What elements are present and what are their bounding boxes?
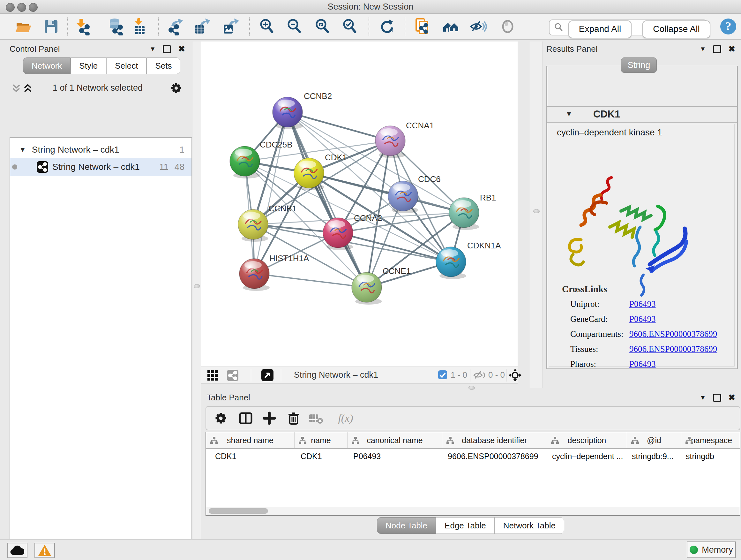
panel-menu-icon[interactable]: ▼: [149, 45, 156, 53]
network-canvas[interactable]: CCNB2CCNA1CDC25BCDK1CDC6RB1CCNB1CCNA2CDK…: [201, 42, 518, 367]
tab-string[interactable]: String: [621, 57, 657, 73]
memory-button[interactable]: Memory: [687, 542, 736, 558]
table-cell[interactable]: cyclin–dependent ...: [546, 452, 625, 461]
scrollbar-thumb[interactable]: [209, 508, 268, 514]
close-panel-icon[interactable]: ✖: [728, 44, 735, 54]
table-cell[interactable]: 9606.ENSP00000378699: [441, 452, 546, 461]
table-settings-button[interactable]: [212, 410, 229, 427]
network-node-CDK1[interactable]: [294, 158, 324, 190]
panel-menu-icon[interactable]: ▼: [699, 45, 706, 53]
show-panels-button[interactable]: [499, 17, 517, 36]
zoom-selected-button[interactable]: [341, 17, 359, 36]
network-node-RB1[interactable]: [449, 198, 479, 230]
close-panel-icon[interactable]: ✖: [178, 44, 185, 54]
float-panel-icon[interactable]: [163, 45, 171, 53]
gene-section-header[interactable]: ▼ CDK1: [547, 107, 737, 123]
import-network-database-button[interactable]: [107, 17, 125, 36]
network-edge-CCNA2-CDKN1A[interactable]: [338, 233, 451, 262]
import-table-button[interactable]: [131, 17, 148, 36]
zoom-window-icon[interactable]: [29, 3, 38, 12]
horizontal-scrollbar[interactable]: [206, 507, 740, 515]
network-node-CDC25B[interactable]: [230, 146, 260, 179]
open-in-window-icon[interactable]: [261, 369, 274, 381]
column-header-databaseidentifier[interactable]: database identifier: [442, 432, 547, 448]
splitter-handle-icon[interactable]: [194, 284, 200, 288]
tree-expand-icon[interactable]: ▼: [19, 145, 26, 154]
tab-sets[interactable]: Sets: [146, 57, 180, 74]
tab-network-table[interactable]: Network Table: [495, 517, 564, 534]
pan-target-icon[interactable]: [509, 369, 522, 381]
export-image-button[interactable]: [221, 17, 239, 36]
minimize-window-icon[interactable]: [17, 3, 26, 12]
table-cell[interactable]: stringdb: [679, 452, 740, 461]
create-column-button[interactable]: [261, 410, 278, 427]
table-cell[interactable]: P06493: [347, 452, 441, 461]
column-header-canonicalname[interactable]: canonical name: [347, 432, 442, 448]
panel-menu-icon[interactable]: ▼: [699, 394, 706, 401]
table-splitter-handle-icon[interactable]: [468, 386, 475, 390]
network-node-CCNA2[interactable]: [323, 218, 353, 250]
network-node-CDKN1A[interactable]: [436, 247, 466, 279]
network-edge-HIST1H1A-CCNE1[interactable]: [254, 273, 367, 287]
table-cell[interactable]: CDK1: [206, 452, 294, 461]
crosslink-link[interactable]: 9606.ENSP00000378699: [629, 329, 717, 339]
selected-checkbox-icon[interactable]: [438, 370, 448, 380]
float-panel-icon[interactable]: [713, 45, 721, 53]
birds-eye-view-icon[interactable]: [207, 369, 219, 381]
delete-table-button-disabled[interactable]: [308, 410, 324, 427]
tab-select[interactable]: Select: [106, 57, 146, 74]
network-node-CCNE1[interactable]: [352, 272, 382, 305]
section-collapse-icon[interactable]: ▼: [565, 110, 572, 118]
save-session-button[interactable]: [42, 17, 60, 36]
zoom-in-button[interactable]: [258, 17, 276, 36]
column-header-id[interactable]: @id: [627, 432, 681, 448]
left-splitter[interactable]: [192, 42, 201, 539]
table-cell[interactable]: CDK1: [294, 452, 347, 461]
network-badge-icon[interactable]: [226, 369, 239, 381]
show-column-button[interactable]: [238, 410, 254, 427]
network-node-CCNA1[interactable]: [375, 126, 406, 158]
warnings-button[interactable]: [35, 543, 55, 558]
crosslink-link[interactable]: P06493: [629, 299, 656, 309]
splitter-handle-icon[interactable]: [533, 209, 540, 213]
export-table-button[interactable]: [193, 17, 211, 36]
expand-all-button[interactable]: Expand All: [568, 20, 631, 38]
crosslink-link[interactable]: P06493: [629, 314, 656, 324]
zoom-fit-button[interactable]: [313, 17, 331, 36]
tab-node-table[interactable]: Node Table: [377, 517, 436, 534]
table-cell[interactable]: stringdb:9...: [625, 452, 679, 461]
network-collection-row[interactable]: ▼ String Network – cdk1 1: [10, 142, 192, 158]
tab-network[interactable]: Network: [23, 57, 71, 74]
network-node-HIST1H1A[interactable]: [239, 259, 270, 291]
cloud-button[interactable]: [7, 543, 27, 558]
network-options-gear-icon[interactable]: [170, 82, 183, 95]
close-window-icon[interactable]: [6, 3, 15, 12]
refresh-layout-button[interactable]: [378, 17, 396, 36]
column-header-namespace[interactable]: namespace: [681, 432, 740, 448]
home-button[interactable]: [442, 17, 460, 36]
column-header-sharedname[interactable]: shared name: [206, 432, 294, 448]
export-network-button[interactable]: [167, 17, 185, 36]
float-panel-icon[interactable]: [713, 394, 721, 402]
crosslink-link[interactable]: 9606.ENSP00000378699: [629, 344, 717, 354]
share-document-button[interactable]: [414, 17, 431, 36]
hide-panels-button[interactable]: [469, 17, 487, 36]
tab-style[interactable]: Style: [71, 57, 106, 74]
right-splitter[interactable]: [530, 42, 542, 388]
tab-edge-table[interactable]: Edge Table: [436, 517, 495, 534]
import-network-file-button[interactable]: [74, 17, 91, 36]
column-header-description[interactable]: description: [547, 432, 627, 448]
function-builder-button-disabled[interactable]: f(x): [331, 410, 360, 427]
network-edge-CCNB2-HIST1H1A[interactable]: [254, 112, 287, 273]
crosslink-link[interactable]: P06493: [629, 359, 656, 369]
table-row[interactable]: CDK1CDK1P064939606.ENSP00000378699cyclin…: [206, 449, 740, 463]
network-node-CCNB1[interactable]: [238, 209, 268, 242]
collapse-all-button[interactable]: Collapse All: [643, 20, 711, 38]
close-panel-icon[interactable]: ✖: [728, 393, 735, 402]
network-row-selected[interactable]: String Network – cdk1 11 48: [10, 158, 192, 176]
column-header-name[interactable]: name: [294, 432, 347, 448]
open-file-button[interactable]: [14, 17, 32, 36]
help-button[interactable]: ?: [719, 17, 737, 36]
zoom-out-button[interactable]: [285, 17, 303, 36]
delete-column-button[interactable]: [285, 410, 302, 427]
